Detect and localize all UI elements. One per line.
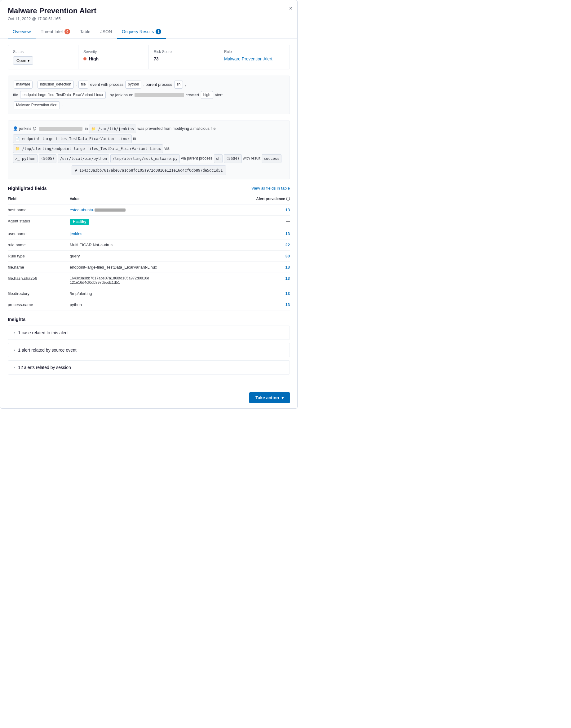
highlighted-fields-section: Highlighted fields View all fields in ta… xyxy=(8,185,290,310)
table-row: Rule type query 30 xyxy=(8,250,290,262)
risk-score-cell: Risk Score 73 xyxy=(149,45,219,69)
status-row: Status Open ▾ Severity High Risk Score 7… xyxy=(8,45,290,69)
tag-intrusion: intrusion_detection xyxy=(37,81,74,89)
panel-content: Status Open ▾ Severity High Risk Score 7… xyxy=(0,39,297,387)
chevron-down-icon: ▾ xyxy=(28,58,30,63)
tab-threat-intel[interactable]: Threat Intel 0 xyxy=(36,25,75,39)
severity-dot xyxy=(83,57,87,60)
tab-table[interactable]: Table xyxy=(75,25,95,38)
hash-value: # 1643c3a3bb7617abe07a1d68fd105a972d0816… xyxy=(72,165,226,175)
severity-cell: Severity High xyxy=(79,45,149,69)
tab-overview[interactable]: Overview xyxy=(8,25,36,38)
detail-block: 👤 jenkins @ in 📁 /var/lib/jenkins was pr… xyxy=(8,121,290,179)
status-cell: Status Open ▾ xyxy=(8,45,79,69)
insight-cases-label: 1 case related to this alert xyxy=(18,330,68,335)
file-name-code: 📄 endpoint-large-files_TestData_EicarVar… xyxy=(13,134,132,143)
tag-file-name: endpoint-large-files_TestData_EicarVaria… xyxy=(20,91,106,99)
host-masked-2 xyxy=(39,127,83,131)
user-name-link[interactable]: jenkins xyxy=(70,232,82,236)
panel-title: Malware Prevention Alert xyxy=(8,6,290,15)
tag-high: high xyxy=(201,91,213,99)
table-row: Agent status Healthy — xyxy=(8,215,290,228)
table-row: host.name estec-ubuntu- 13 xyxy=(8,204,290,215)
host-masked xyxy=(134,93,184,97)
insights-section: Insights › 1 case related to this alert … xyxy=(8,317,290,375)
col-field: Field xyxy=(8,194,70,204)
table-row: rule.name Multi.EICAR.Not-a-virus 22 xyxy=(8,239,290,250)
status-open-button[interactable]: Open ▾ xyxy=(13,56,33,65)
threat-intel-badge: 0 xyxy=(65,29,70,34)
take-action-button[interactable]: Take action ▾ xyxy=(249,392,290,403)
insight-item-session[interactable]: › 12 alerts related by session xyxy=(8,360,290,375)
close-button[interactable]: × xyxy=(289,5,292,12)
view-all-link[interactable]: View all fields in table xyxy=(251,186,290,190)
table-row: user.name jenkins 13 xyxy=(8,228,290,239)
col-value: Value xyxy=(70,194,253,204)
insight-source-label: 1 alert related by source event xyxy=(18,347,76,352)
table-row: process.name python 13 xyxy=(8,299,290,310)
tag-file: file xyxy=(79,81,88,89)
highlighted-title: Highlighted fields xyxy=(8,185,47,191)
detail-row-2: 📄 endpoint-large-files_TestData_EicarVar… xyxy=(13,134,284,153)
script-path-code: /tmp/alerting/mock_malware.py xyxy=(110,154,180,163)
rule-link[interactable]: Malware Prevention Alert xyxy=(224,56,272,61)
tab-osquery[interactable]: Osquery Results 1 xyxy=(117,25,166,39)
highlighted-header: Highlighted fields View all fields in ta… xyxy=(8,185,290,191)
insights-title: Insights xyxy=(8,317,290,322)
detail-row-3: >_ python (5605) /usr/local/bin/python /… xyxy=(13,154,284,163)
python-path-code: /usr/local/bin/python xyxy=(58,154,109,163)
chevron-right-icon: › xyxy=(14,347,15,352)
healthy-badge: Healthy xyxy=(70,219,89,225)
fields-table: Field Value Alert prevalence ⓘ host.name… xyxy=(8,194,290,310)
osquery-badge: 1 xyxy=(155,29,161,34)
tab-json[interactable]: JSON xyxy=(96,25,117,38)
severity-value: High xyxy=(83,56,143,61)
chevron-right-icon: › xyxy=(14,365,15,370)
chevron-down-icon: ▾ xyxy=(281,395,283,400)
risk-score-value: 73 xyxy=(154,56,214,61)
alert-panel: Malware Prevention Alert Oct 11, 2022 @ … xyxy=(0,0,297,408)
process-code: >_ python xyxy=(13,154,37,163)
parent-process-code: sh xyxy=(214,154,223,163)
file-path-code: 📁 /tmp/alerting/endpoint-large-files_Tes… xyxy=(13,144,163,153)
tabs-bar: Overview Threat Intel 0 Table JSON Osque… xyxy=(0,25,297,39)
insight-item-cases[interactable]: › 1 case related to this alert xyxy=(8,326,290,340)
hash-block: # 1643c3a3bb7617abe07a1d68fd105a972d0816… xyxy=(13,165,284,175)
description-block: malware , intrusion_detection , file eve… xyxy=(8,76,290,114)
rule-cell: Rule Malware Prevention Alert xyxy=(219,45,290,69)
pid-code: (5605) xyxy=(39,154,56,163)
panel-subtitle: Oct 11, 2022 @ 17:00:51.165 xyxy=(8,16,290,21)
result-code: success xyxy=(262,154,282,163)
table-row: file.name endpoint-large-files_TestData_… xyxy=(8,262,290,273)
table-row: file.hash.sha256 1643c3a3bb7617abe07a1d6… xyxy=(8,273,290,288)
user-icon: 👤 xyxy=(13,125,18,133)
chevron-right-icon: › xyxy=(14,330,15,335)
panel-header: Malware Prevention Alert Oct 11, 2022 @ … xyxy=(0,0,297,25)
col-prevalence: Alert prevalence ⓘ xyxy=(253,194,290,204)
tag-python: python xyxy=(125,81,141,89)
panel-footer: Take action ▾ xyxy=(0,387,297,408)
tag-rule-name: Malware Prevention Alert xyxy=(14,101,60,109)
detail-row-1: 👤 jenkins @ in 📁 /var/lib/jenkins was pr… xyxy=(13,125,284,133)
tag-malware: malware xyxy=(14,81,32,89)
table-row: file.directory /tmp/alerting 13 xyxy=(8,288,290,299)
host-name-link[interactable]: estec-ubuntu- xyxy=(70,207,126,212)
insight-session-label: 12 alerts related by session xyxy=(18,365,71,370)
parent-pid-code: (5604) xyxy=(224,154,241,163)
tag-sh: sh xyxy=(174,81,183,89)
insight-item-source[interactable]: › 1 alert related by source event xyxy=(8,343,290,357)
path-jenkins: 📁 /var/lib/jenkins xyxy=(89,125,136,133)
